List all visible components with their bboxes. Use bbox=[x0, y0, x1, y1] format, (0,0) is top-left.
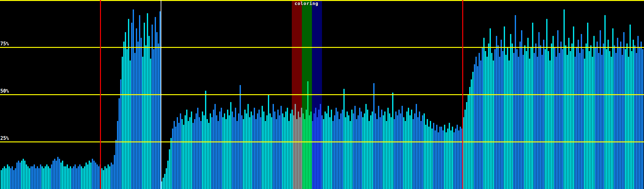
bar bbox=[315, 108, 316, 189]
bar bbox=[576, 47, 577, 189]
bar bbox=[128, 19, 129, 189]
bar bbox=[97, 164, 98, 189]
bar bbox=[361, 112, 362, 189]
bar bbox=[255, 119, 257, 189]
bar bbox=[405, 121, 406, 189]
bar bbox=[108, 164, 109, 189]
bar bbox=[562, 49, 563, 189]
bar bbox=[62, 161, 63, 189]
bar bbox=[604, 15, 606, 189]
bar bbox=[631, 51, 632, 189]
bar bbox=[92, 159, 93, 189]
bar bbox=[359, 108, 360, 189]
bar bbox=[642, 49, 643, 189]
bar bbox=[199, 117, 200, 189]
bar bbox=[376, 119, 378, 189]
performance-graph: 75% 50% 25% coloring bbox=[0, 0, 644, 189]
bar bbox=[433, 123, 434, 189]
bar bbox=[535, 43, 536, 189]
bar bbox=[27, 166, 29, 189]
bar bbox=[603, 43, 604, 189]
bar bbox=[573, 26, 574, 189]
bar bbox=[579, 53, 580, 189]
bar bbox=[619, 47, 620, 189]
bar bbox=[524, 45, 525, 189]
bar bbox=[218, 121, 219, 189]
bar bbox=[288, 121, 290, 189]
bar bbox=[148, 36, 150, 189]
bar bbox=[537, 57, 538, 189]
bar bbox=[142, 57, 143, 189]
bar bbox=[115, 140, 117, 189]
bar bbox=[369, 121, 370, 189]
bar bbox=[197, 108, 198, 189]
bar bbox=[391, 117, 392, 189]
bar bbox=[309, 115, 310, 189]
bar bbox=[65, 166, 66, 189]
bar bbox=[556, 57, 557, 189]
bar bbox=[424, 113, 425, 189]
bar bbox=[422, 115, 423, 189]
bar bbox=[571, 43, 573, 189]
bar bbox=[86, 163, 87, 189]
bar bbox=[551, 43, 552, 189]
bar bbox=[192, 123, 194, 189]
bar bbox=[471, 79, 472, 189]
bar bbox=[15, 168, 16, 189]
bar bbox=[592, 57, 593, 189]
bar bbox=[428, 127, 430, 189]
bar bbox=[389, 113, 390, 189]
bar bbox=[564, 9, 565, 189]
bar bbox=[617, 38, 618, 189]
bar bbox=[395, 112, 397, 189]
bar bbox=[172, 129, 173, 189]
bar bbox=[42, 166, 43, 189]
bar bbox=[342, 110, 343, 189]
bar bbox=[439, 127, 441, 189]
bar bbox=[339, 119, 340, 189]
bar bbox=[89, 161, 90, 189]
bar bbox=[122, 57, 123, 189]
bar bbox=[634, 45, 636, 189]
bar bbox=[601, 55, 602, 189]
bar bbox=[608, 40, 609, 189]
bar bbox=[301, 108, 302, 189]
bar bbox=[641, 42, 642, 189]
bar bbox=[225, 119, 227, 189]
bar bbox=[240, 85, 241, 189]
bar bbox=[630, 25, 631, 189]
bar bbox=[345, 117, 346, 189]
bar bbox=[156, 32, 158, 189]
bar bbox=[230, 102, 231, 189]
bar bbox=[593, 36, 595, 189]
bar bbox=[378, 106, 379, 189]
bar bbox=[260, 117, 261, 189]
bar bbox=[133, 9, 134, 189]
bar bbox=[606, 49, 607, 189]
bar bbox=[466, 102, 467, 189]
bar bbox=[191, 112, 192, 189]
bar bbox=[351, 110, 353, 189]
bar bbox=[337, 112, 338, 189]
bar bbox=[347, 112, 348, 189]
bar bbox=[8, 166, 10, 189]
bar bbox=[353, 113, 354, 189]
bar bbox=[251, 112, 252, 189]
bar bbox=[189, 117, 191, 189]
bar bbox=[34, 164, 35, 189]
bar bbox=[296, 119, 297, 189]
bar bbox=[175, 127, 176, 189]
bar bbox=[207, 119, 208, 189]
bar bbox=[90, 163, 92, 189]
bar bbox=[81, 166, 82, 189]
bar bbox=[125, 32, 126, 189]
bar bbox=[375, 113, 376, 189]
bar bbox=[290, 113, 291, 189]
bar bbox=[103, 170, 104, 189]
bar bbox=[479, 53, 480, 189]
bar bbox=[303, 113, 304, 189]
bar bbox=[318, 110, 319, 189]
bar bbox=[526, 51, 527, 189]
bar bbox=[31, 166, 32, 189]
bar bbox=[139, 15, 140, 189]
